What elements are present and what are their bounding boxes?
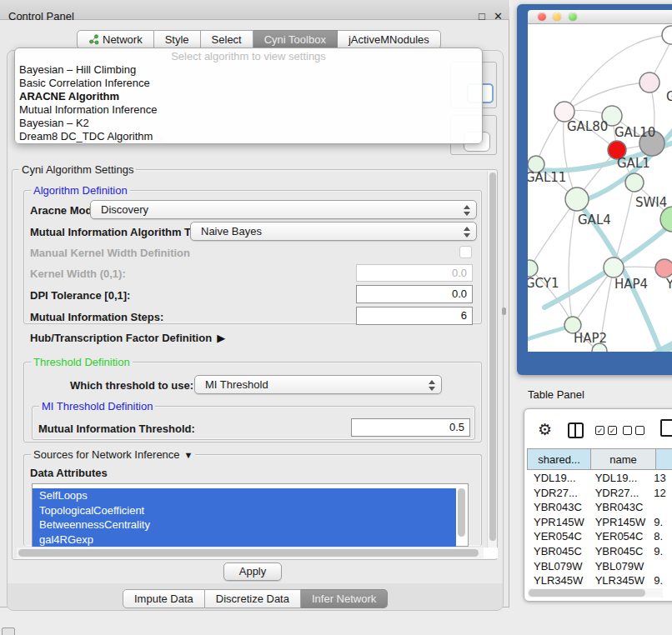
- dropdown-item[interactable]: Basic Correlation Inference: [15, 77, 482, 90]
- settings-vertical-scrollbar[interactable]: [487, 171, 497, 558]
- table-row[interactable]: YBL079WYBL079W: [527, 559, 672, 574]
- column-header-shared[interactable]: shared...: [527, 448, 591, 470]
- dropdown-item[interactable]: Bayesian – K2: [15, 117, 482, 130]
- list-item[interactable]: TopologicalCoefficient: [33, 503, 456, 518]
- table-row[interactable]: YBR045CYBR045C9.: [527, 544, 672, 559]
- mi-threshold-field[interactable]: 0.5: [351, 418, 470, 437]
- dropdown-item[interactable]: Mutual Information Inference: [15, 103, 482, 117]
- mi-type-value: Naive Bayes: [201, 225, 262, 238]
- tab-cyni-toolbox[interactable]: Cyni Toolbox: [253, 30, 338, 49]
- node-label: GAL80: [567, 119, 608, 134]
- node-hap4[interactable]: [604, 258, 624, 278]
- hub-definition-toggle[interactable]: Hub/Transcription Factor Definition ▶: [30, 332, 225, 344]
- attributes-list[interactable]: SelfLoops TopologicalCoefficient Between…: [32, 483, 469, 547]
- minimize-traffic-light[interactable]: [553, 12, 561, 21]
- cell: 9.: [650, 544, 672, 559]
- list-item[interactable]: BetweennessCentrality: [33, 518, 456, 532]
- tab-impute-data[interactable]: Impute Data: [123, 589, 205, 608]
- node[interactable]: [625, 173, 644, 192]
- table-panel-title: Table Panel: [528, 388, 584, 401]
- algorithm-definition-title: Algorithm Definition: [31, 184, 130, 197]
- cell: YDR27...: [527, 486, 589, 501]
- node-label: GAL4: [578, 212, 611, 228]
- column-header-name[interactable]: name: [591, 448, 656, 470]
- network-window-titlebar[interactable]: [528, 10, 672, 24]
- settings-vertical-scrollbar-thumb[interactable]: [489, 172, 496, 541]
- node-label: GAL1: [617, 156, 650, 171]
- gear-icon[interactable]: ⚙: [538, 422, 552, 438]
- dpi-tolerance-field[interactable]: 0.0: [356, 285, 473, 303]
- node-gcy1[interactable]: [528, 260, 538, 277]
- minimized-panel-icon[interactable]: [2, 628, 15, 635]
- table-row[interactable]: YDR27...YDR27...12: [527, 486, 672, 501]
- table-row[interactable]: YBR043CYBR043C: [527, 500, 672, 515]
- checkbox-unchecked-icon[interactable]: [623, 426, 632, 435]
- mi-type-label: Mutual Information Algorithm Type:: [30, 226, 213, 238]
- list-item[interactable]: SelfLoops: [33, 488, 456, 503]
- tab-style[interactable]: Style: [154, 30, 201, 49]
- checkbox-checked-icon[interactable]: ✓: [595, 426, 604, 435]
- node[interactable]: [639, 72, 659, 92]
- tab-network[interactable]: Network: [77, 30, 154, 49]
- which-threshold-combo[interactable]: MI Threshold: [194, 375, 442, 394]
- table-row[interactable]: YDL19...YDL19...13: [527, 471, 672, 486]
- network-canvas[interactable]: GAL GAL80 GAL10 GAL1 GAL11 GAL4 SWI4 GCY…: [528, 24, 672, 352]
- apply-button[interactable]: Apply: [223, 562, 282, 581]
- cell: YBR045C: [527, 544, 589, 559]
- cell: YPR145W: [527, 515, 589, 530]
- split-columns-icon[interactable]: [568, 422, 584, 438]
- checkbox-checked-icon[interactable]: ✓: [608, 426, 617, 435]
- network-graph: GAL GAL80 GAL10 GAL1 GAL11 GAL4 SWI4 GCY…: [528, 24, 672, 352]
- table-horizontal-scrollbar-thumb[interactable]: [529, 589, 645, 597]
- which-threshold-label: Which threshold to use:: [70, 379, 193, 392]
- zoom-traffic-light[interactable]: [569, 12, 577, 21]
- kernel-width-field[interactable]: 0.0: [356, 264, 473, 282]
- cell: YBL079W: [589, 559, 651, 574]
- column-header-partial[interactable]: [656, 448, 672, 470]
- dropdown-item[interactable]: Bayesian – Hill Climbing: [15, 63, 482, 77]
- mi-steps-field[interactable]: 6: [356, 307, 473, 325]
- attributes-list-scrollbar[interactable]: [457, 485, 467, 545]
- aracne-mode-combo[interactable]: Discovery: [90, 200, 477, 219]
- mi-type-combo[interactable]: Naive Bayes: [190, 222, 477, 241]
- list-item[interactable]: gal4RGexp: [33, 532, 456, 548]
- combo-arrows-icon: [429, 378, 435, 392]
- node-label: GAL11: [528, 170, 566, 185]
- table-row[interactable]: YER054CYER054C8.: [527, 529, 672, 544]
- tab-discretize-data[interactable]: Discretize Data: [205, 589, 301, 608]
- dropdown-item[interactable]: Dream8 DC_TDC Algorithm: [15, 130, 482, 143]
- cell: YBR043C: [589, 500, 651, 515]
- node[interactable]: [662, 26, 672, 44]
- node[interactable]: [655, 259, 672, 278]
- cell: 12: [650, 486, 672, 501]
- cell: [650, 559, 672, 574]
- close-traffic-light[interactable]: [538, 12, 546, 21]
- node-gal4[interactable]: [565, 188, 589, 211]
- tab-select[interactable]: Select: [201, 30, 253, 49]
- attributes-list-scrollbar-thumb[interactable]: [458, 488, 465, 537]
- tab-jactivemnodules[interactable]: jActiveMNodules: [338, 30, 441, 49]
- checkbox-unchecked-icon[interactable]: [635, 426, 644, 435]
- node-swi4[interactable]: [660, 207, 672, 232]
- cell: YDL19...: [589, 471, 651, 486]
- document-icon[interactable]: [660, 419, 672, 437]
- float-window-icon[interactable]: □: [479, 11, 485, 22]
- settings-horizontal-scrollbar-thumb[interactable]: [18, 549, 479, 557]
- manual-kernel-checkbox[interactable]: [459, 246, 472, 258]
- tab-infer-network[interactable]: Infer Network: [301, 589, 388, 608]
- sources-group-title: Sources for Network Inference: [33, 448, 180, 461]
- scrollbar-corner: [484, 548, 498, 558]
- panel-splitter-handle[interactable]: [502, 308, 506, 315]
- table-row[interactable]: YLR345WYLR345W9.: [527, 573, 672, 588]
- table-horizontal-scrollbar[interactable]: [528, 588, 663, 598]
- aracne-mode-value: Discovery: [101, 203, 148, 216]
- sources-group-title-row[interactable]: Sources for Network Inference ▼: [31, 448, 195, 461]
- chevron-right-icon: ▶: [217, 332, 225, 344]
- dropdown-item-selected[interactable]: ARACNE Algorithm: [15, 90, 482, 103]
- node-label: HAP4: [614, 277, 648, 292]
- table-row[interactable]: YPR145WYPR145W9.: [527, 515, 672, 530]
- cell: YBL079W: [527, 559, 589, 574]
- manual-kernel-label: Manual Kernel Width Definition: [30, 247, 190, 259]
- settings-horizontal-scrollbar[interactable]: [17, 548, 484, 558]
- close-icon[interactable]: ✕: [494, 11, 503, 22]
